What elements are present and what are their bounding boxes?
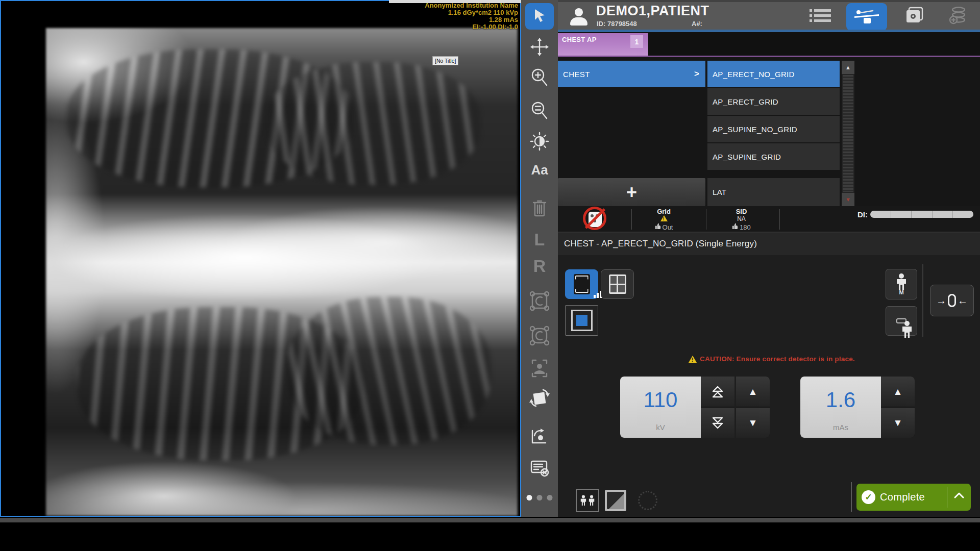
list-item-label: AP_ERECT_NO_GRID: [713, 70, 795, 79]
caution-message: CAUTION: Ensure correct detector is in p…: [689, 355, 855, 363]
shutter-region-2-icon: [528, 324, 551, 349]
mas-down-button[interactable]: ▼: [881, 408, 915, 438]
thumb-up-icon: [732, 223, 739, 231]
protocol-category-chest[interactable]: CHEST >: [558, 61, 705, 87]
warning-icon: [660, 215, 668, 221]
tab-chest-ap[interactable]: CHEST AP 1: [558, 33, 648, 57]
patient-header: DEMO1,PATIENT ID: 78798548 A#:: [558, 0, 980, 30]
sid-label: SID: [717, 208, 766, 215]
mas-arrows: ▲ ▼: [881, 377, 915, 438]
add-view-button[interactable]: +: [558, 178, 705, 206]
portable-detector-button[interactable]: [565, 269, 598, 299]
scrollbar-track[interactable]: [843, 75, 853, 192]
kv-fine-arrows: ▲ ▼: [736, 377, 770, 438]
list-item-label: AP_ERECT_GRID: [713, 97, 778, 106]
shutter-tool-2-button[interactable]: [528, 324, 551, 349]
field-format-button[interactable]: [565, 305, 598, 336]
toolbar-page-dots[interactable]: [527, 495, 553, 500]
complete-label: Complete: [880, 491, 925, 503]
window-level-tool-button[interactable]: [529, 131, 550, 154]
image-management-button[interactable]: [901, 6, 927, 28]
patient-id: ID: 78798548: [597, 20, 637, 28]
xray-upper-lung-texture2: [266, 62, 481, 185]
chevron-up-icon[interactable]: [953, 492, 965, 501]
sid-na-value: NA: [717, 215, 766, 223]
mas-value: 1.6: [800, 388, 881, 412]
list-item-ap-erect-no-grid[interactable]: AP_ERECT_NO_GRID: [707, 61, 840, 87]
patient-avatar-icon: [569, 7, 589, 27]
field-format-icon: [571, 310, 593, 331]
mas-display: 1.6 mAs: [800, 377, 881, 438]
shutter-tool-button[interactable]: [528, 290, 551, 314]
patient-size-icon: [896, 273, 907, 291]
rotate-90-button[interactable]: [528, 424, 551, 449]
images-icon: [903, 6, 925, 28]
kv-up-button[interactable]: ▲: [736, 377, 770, 407]
acquisition-panel: DEMO1,PATIENT ID: 78798548 A#:: [558, 0, 980, 517]
delete-tool-button[interactable]: [531, 198, 548, 219]
button-divider: [947, 487, 947, 508]
face-privacy-tool-button[interactable]: [528, 357, 551, 382]
kv-down-button[interactable]: ▼: [736, 408, 770, 438]
protocol-category-label: CHEST: [563, 70, 590, 79]
kv-unit: kV: [620, 423, 701, 432]
acquisition-notes-button[interactable]: [528, 458, 551, 481]
view-title-bar: CHEST - AP_ERECT_NO_GRID (Single Energy): [558, 233, 980, 255]
list-item-ap-supine-grid[interactable]: AP_SUPINE_GRID: [707, 143, 840, 170]
scroll-up-button[interactable]: ▲: [842, 61, 854, 74]
kv-stepper: 110 kV ▲ ▼: [620, 377, 770, 438]
auto-centering-button[interactable]: →←: [930, 285, 974, 316]
mas-unit: mAs: [800, 423, 881, 432]
kv-value: 110: [620, 388, 701, 412]
acquisition-mode-button[interactable]: [846, 3, 887, 31]
thumb-up-icon: [655, 223, 662, 231]
zoom-range-tool-button[interactable]: [529, 99, 550, 124]
right-marker-button[interactable]: R: [533, 256, 546, 276]
patient-on-table-icon: [852, 6, 881, 28]
patient-size-button[interactable]: M: [886, 269, 917, 299]
divider: [706, 209, 706, 230]
notes-icon: [528, 458, 551, 481]
rotate-image-button[interactable]: [528, 386, 551, 411]
dose-overlay: Anonymized Institution Name 1.16 dGy*cm2…: [425, 2, 518, 31]
list-item-ap-supine-no-grid[interactable]: AP_SUPINE_NO_GRID: [707, 116, 840, 142]
divider: [779, 209, 780, 230]
protocol-scrollbar[interactable]: ▲ ▼: [842, 61, 854, 206]
scatter-correction-button[interactable]: [638, 491, 657, 510]
no-title-tag: [No Title]: [432, 56, 458, 65]
database-icon: [947, 6, 968, 28]
list-item-lat[interactable]: LAT: [707, 178, 840, 206]
select-tool-button[interactable]: [525, 3, 554, 30]
view-title: CHEST - AP_ERECT_NO_GRID (Single Energy): [564, 239, 757, 249]
patient-position-button[interactable]: [886, 306, 917, 336]
pan-tool-button[interactable]: [529, 37, 550, 59]
brightness-contrast-icon: [529, 131, 550, 154]
protocol-list: AP_ERECT_NO_GRID AP_ERECT_GRID AP_SUPINE…: [707, 61, 840, 206]
list-item-label: LAT: [713, 188, 726, 196]
archive-button[interactable]: [944, 6, 971, 28]
divider: [922, 264, 923, 337]
page-dot: [547, 495, 553, 500]
zoom-in-tool-button[interactable]: [529, 66, 550, 91]
table-detector-button[interactable]: [601, 269, 634, 299]
left-marker-button[interactable]: L: [534, 230, 545, 249]
text-annotation-label: Aa: [531, 162, 548, 178]
scroll-down-button[interactable]: ▼: [842, 193, 854, 206]
application-window: Anonymized Institution Name 1.16 dGy*cm2…: [0, 0, 980, 551]
worklist-button[interactable]: [807, 6, 834, 28]
image-processing-button[interactable]: [605, 490, 626, 511]
annotation-tool-button[interactable]: Aa: [531, 162, 548, 178]
exposure-main-area: M →← CAUTION: Ensure correct detector is…: [558, 255, 980, 517]
accession-label: A#:: [692, 20, 702, 28]
list-item-ap-erect-grid[interactable]: AP_ERECT_GRID: [707, 88, 840, 115]
rotate-icon: [528, 386, 551, 411]
mas-up-button[interactable]: ▲: [881, 377, 915, 407]
dual-reading-button[interactable]: [576, 489, 599, 512]
kv-double-up-button[interactable]: [701, 377, 734, 407]
zoom-in-icon: [529, 66, 550, 91]
di-label: DI:: [857, 210, 868, 219]
complete-button[interactable]: ✓ Complete: [856, 484, 971, 511]
kv-double-down-button[interactable]: [701, 408, 734, 438]
grid-status: Grid Out: [640, 208, 688, 231]
xray-viewport[interactable]: Anonymized Institution Name 1.16 dGy*cm2…: [0, 0, 521, 517]
